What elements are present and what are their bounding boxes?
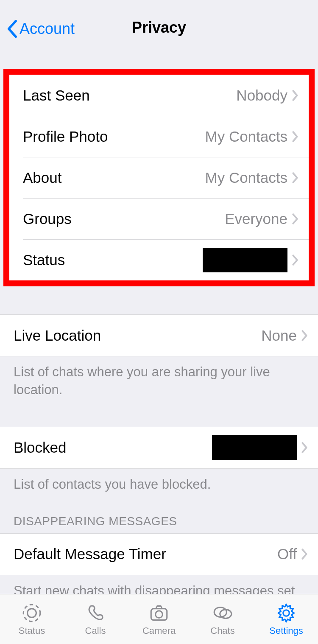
disappearing-footer: Start new chats with disappearing messag… <box>0 575 318 594</box>
row-value: None <box>261 327 297 344</box>
live-location-group: Live Location None <box>0 314 318 356</box>
gear-icon <box>275 602 298 624</box>
spacer <box>0 399 318 427</box>
nav-bar: Account Privacy <box>0 0 318 48</box>
row-value: My Contacts <box>205 128 288 145</box>
chevron-right-icon <box>292 131 298 143</box>
status-icon <box>20 602 43 624</box>
tab-chats[interactable]: Chats <box>191 594 254 644</box>
row-value: Off <box>277 546 297 563</box>
tab-label: Status <box>19 625 45 636</box>
row-about[interactable]: About My Contacts <box>9 157 309 198</box>
row-label: Live Location <box>14 327 261 344</box>
tab-calls[interactable]: Calls <box>64 594 127 644</box>
chevron-right-icon <box>292 254 298 266</box>
svg-point-6 <box>283 610 290 616</box>
disappearing-group: Default Message Timer Off <box>0 533 318 575</box>
row-profile-photo[interactable]: Profile Photo My Contacts <box>9 116 309 157</box>
row-label: Last Seen <box>23 87 236 104</box>
redacted-value <box>203 248 287 272</box>
live-location-footer: List of chats where you are sharing your… <box>0 356 318 399</box>
spacer <box>0 286 318 314</box>
svg-point-3 <box>156 610 163 618</box>
phone-icon <box>84 602 107 624</box>
back-label: Account <box>20 20 75 38</box>
page-title: Privacy <box>132 19 186 36</box>
chevron-right-icon <box>301 330 308 342</box>
tab-settings[interactable]: Settings <box>254 594 318 644</box>
privacy-group: Last Seen Nobody Profile Photo My Contac… <box>9 75 309 280</box>
svg-point-0 <box>28 608 36 617</box>
content-scroll[interactable]: Last Seen Nobody Profile Photo My Contac… <box>0 48 318 594</box>
row-status[interactable]: Status <box>9 239 309 280</box>
row-value: Everyone <box>225 210 287 227</box>
svg-point-1 <box>23 605 40 622</box>
disappearing-header: DISAPPEARING MESSAGES <box>0 493 318 533</box>
row-label: Default Message Timer <box>14 546 277 563</box>
row-label: Blocked <box>14 439 212 456</box>
row-groups[interactable]: Groups Everyone <box>9 198 309 239</box>
camera-icon <box>148 602 170 624</box>
chevron-right-icon <box>301 548 308 560</box>
chats-icon <box>211 602 234 624</box>
tab-label: Camera <box>142 625 176 636</box>
privacy-group-highlight: Last Seen Nobody Profile Photo My Contac… <box>3 69 315 286</box>
row-value: My Contacts <box>205 169 288 186</box>
blocked-group: Blocked <box>0 427 318 469</box>
row-last-seen[interactable]: Last Seen Nobody <box>9 75 309 116</box>
row-label: Profile Photo <box>23 128 205 145</box>
tab-camera[interactable]: Camera <box>127 594 191 644</box>
chevron-right-icon <box>292 90 298 101</box>
row-label: About <box>23 169 205 186</box>
row-blocked[interactable]: Blocked <box>0 427 318 468</box>
tab-label: Calls <box>85 625 106 636</box>
redacted-value <box>212 435 297 460</box>
row-live-location[interactable]: Live Location None <box>0 315 318 356</box>
chevron-right-icon <box>292 172 298 184</box>
tab-status[interactable]: Status <box>0 594 64 644</box>
chevron-left-icon <box>6 20 18 38</box>
tab-label: Settings <box>269 625 303 636</box>
back-button[interactable]: Account <box>6 20 75 38</box>
blocked-footer: List of contacts you have blocked. <box>0 469 318 493</box>
row-default-timer[interactable]: Default Message Timer Off <box>0 534 318 575</box>
chevron-right-icon <box>301 442 308 454</box>
tab-bar: Status Calls Camera Chats Settings <box>0 594 318 644</box>
row-label: Groups <box>23 210 225 227</box>
row-value: Nobody <box>236 87 287 104</box>
row-label: Status <box>23 252 203 269</box>
tab-label: Chats <box>210 625 234 636</box>
chevron-right-icon <box>292 213 298 225</box>
